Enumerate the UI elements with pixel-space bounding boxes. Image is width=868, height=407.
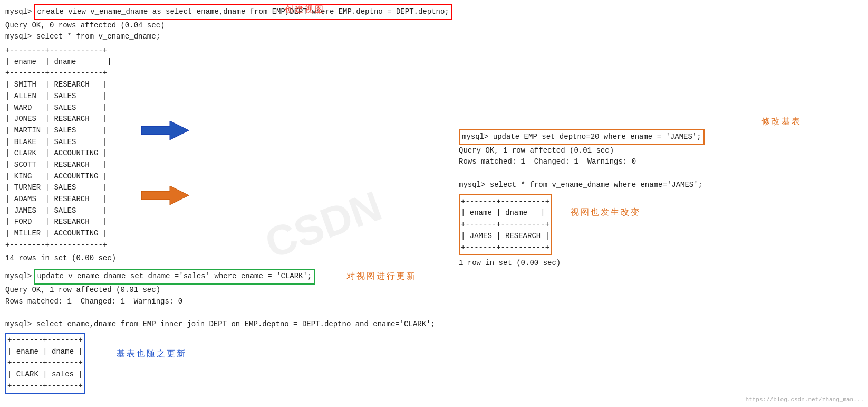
label-jibiao: 基表也随之更新 [117, 348, 187, 359]
right-section: 修改基表 mysql> update EMP set deptno=20 whe… [459, 116, 844, 269]
query-ok-3: Query OK, 1 row affected (0.01 sec) [459, 145, 844, 157]
create-view-cmd: create view v_ename_dname as select enam… [37, 7, 449, 16]
row-in-set: 1 row in set (0.00 sec) [459, 258, 844, 269]
select-james-line: mysql> select * from v_ename_dname where… [459, 179, 844, 191]
rows-matched-2: Rows matched: 1 Changed: 1 Warnings: 0 [5, 296, 863, 308]
orange-arrow-icon [141, 184, 189, 213]
james-header-row: | ename | dname | [461, 207, 549, 219]
james-result-wrap: +-------+----------+ | ename | dname | +… [459, 192, 844, 255]
james-result-box: +-------+----------+ | ename | dname | +… [459, 194, 552, 255]
james-border-bottom: +-------+----------+ [461, 242, 549, 254]
update-view-box: update v_ename_dname set dname ='sales' … [34, 269, 315, 285]
clark-row: | CLARK | sales | [7, 369, 83, 381]
label-xiugai: 修改基表 [459, 116, 802, 127]
clark-border-bottom: +-------+-------+ [7, 381, 83, 392]
clark-table-wrap: +-------+-------+ | ename | dname | +---… [5, 333, 863, 394]
label-duishitu: 对视图进行更新 [346, 271, 417, 282]
james-border-top: +-------+----------+ [461, 196, 549, 208]
create-view-box: create view v_ename_dname as select enam… [34, 4, 452, 20]
blue-arrow-icon [141, 119, 189, 148]
update-view-cmd: update v_ename_dname set dname ='sales' … [37, 272, 312, 280]
mysql-prompt-2: mysql> [5, 271, 32, 282]
top-area: mysql> create view v_ename_dname as sele… [5, 4, 863, 43]
select-view-line: mysql> select * from v_ename_dname; [5, 31, 863, 43]
update-emp-box: mysql> update EMP set deptno=20 where en… [459, 129, 705, 145]
select-clark-line: mysql> select ename,dname from EMP inner… [5, 319, 863, 330]
james-row: | JAMES | RESEARCH | [461, 231, 549, 242]
svg-marker-0 [141, 121, 189, 140]
empty-line-2 [459, 171, 844, 179]
rows-matched-3: Rows matched: 1 Changed: 1 Warnings: 0 [459, 156, 844, 168]
james-header-sep: +-------+----------+ [461, 219, 549, 231]
empty-line-1 [5, 310, 863, 319]
james-rows: | JAMES | RESEARCH | [461, 231, 549, 242]
table-row: | SMITH | RESEARCH | [5, 79, 863, 91]
clark-col1-header: ename [16, 347, 38, 356]
update-emp-cmd: mysql> update EMP set deptno=20 where en… [462, 132, 701, 141]
page: CSDN mysql> create view v_ename_dname as… [0, 0, 868, 407]
james-col2-header: dname [505, 209, 527, 217]
clark-rows: | CLARK | sales | [7, 369, 83, 381]
table-row: | WARD | SALES | [5, 102, 863, 114]
mysql-prompt-1: mysql> [5, 6, 32, 18]
table-row: | ALLEN | SALES | [5, 91, 863, 102]
label-chuangjian: 创建视图 [285, 4, 325, 15]
james-col1-header: ename [470, 209, 492, 217]
clark-border-top: +-------+-------+ [7, 335, 83, 346]
query-ok-2: Query OK, 1 row affected (0.01 sec) [5, 285, 863, 296]
table-border-top: +--------+------------+ [5, 45, 863, 56]
col-ename-header: ename [14, 58, 36, 66]
table-header-sep: +--------+------------+ [5, 68, 863, 79]
col-dname-header: dname [54, 58, 76, 66]
clark-table-box: +-------+-------+ | ename | dname | +---… [5, 333, 85, 394]
clark-col2-header: dname [52, 347, 74, 356]
bottom-section: mysql> update v_ename_dname set dname ='… [5, 269, 863, 394]
svg-marker-1 [141, 186, 189, 205]
table-header-row: | ename | dname | [5, 56, 863, 68]
clark-header-sep: +-------+-------+ [7, 357, 83, 369]
clark-header-row: | ename | dname | [7, 346, 83, 358]
csdn-watermark: https://blog.csdn.net/zhang_man... [746, 396, 864, 403]
query-ok-1: Query OK, 0 rows affected (0.04 sec) [5, 20, 863, 32]
label-shitu: 视图也发生改变 [571, 207, 641, 218]
